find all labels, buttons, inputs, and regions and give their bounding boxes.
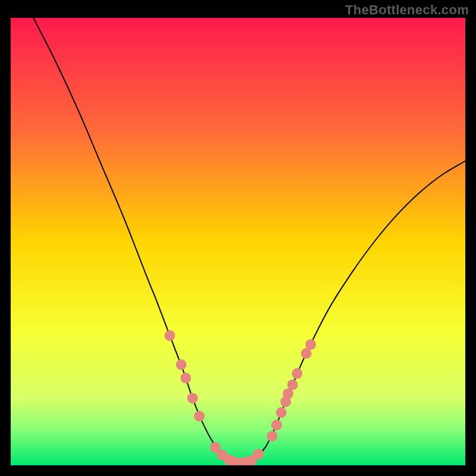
data-marker	[253, 449, 264, 459]
data-marker	[287, 380, 298, 390]
data-marker	[305, 339, 316, 350]
plot-svg	[11, 18, 465, 465]
data-marker	[164, 330, 175, 341]
data-marker	[180, 372, 191, 383]
plot-area	[11, 18, 465, 465]
gradient-background	[11, 18, 465, 465]
data-marker	[187, 393, 198, 403]
data-marker	[267, 431, 277, 441]
chart-stage: TheBottleneck.com	[0, 0, 476, 476]
data-marker	[292, 368, 302, 379]
data-marker	[271, 419, 282, 430]
data-marker	[176, 359, 187, 370]
data-marker	[194, 411, 205, 421]
watermark-text: TheBottleneck.com	[345, 2, 469, 18]
data-marker	[276, 407, 287, 418]
